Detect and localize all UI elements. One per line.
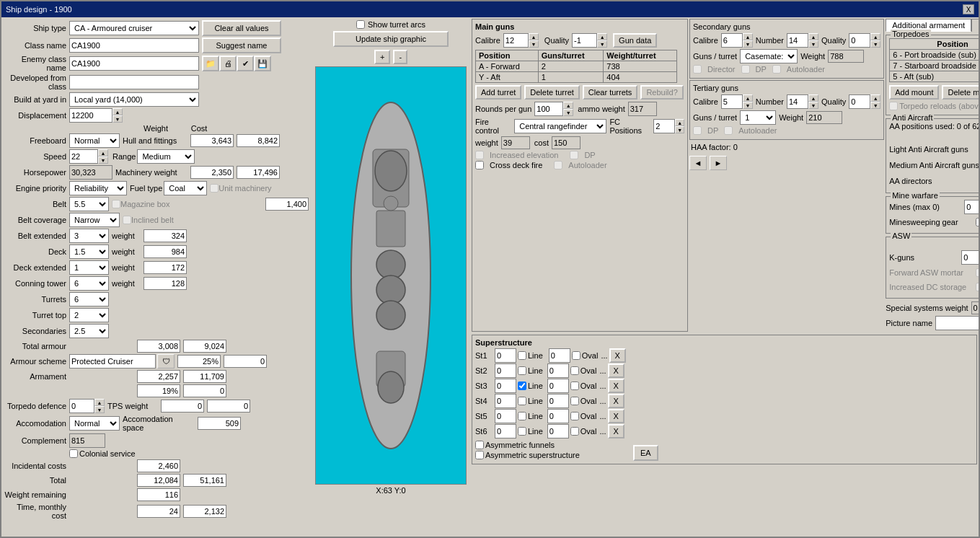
accommodation-select[interactable]: Normal [69, 416, 120, 431]
torpedo-defence-input[interactable] [69, 399, 94, 413]
autoloader-check[interactable] [554, 161, 562, 169]
turrets-select[interactable]: 6 [69, 292, 109, 307]
check-icon-button[interactable]: ✔ [237, 56, 254, 71]
f4-x-button[interactable]: X [608, 394, 624, 408]
st5-input[interactable] [495, 409, 516, 423]
f5-oval-check[interactable] [570, 412, 579, 420]
conning-tower-select[interactable]: 6 [69, 276, 109, 291]
st3-line-check[interactable] [518, 382, 526, 390]
turret-top-select[interactable]: 2 [69, 308, 109, 322]
sec-calibre-input[interactable] [721, 33, 743, 48]
range-select[interactable]: Medium [137, 149, 195, 164]
speed-input[interactable] [69, 149, 98, 164]
armour-scheme-icon[interactable]: 🛡 [157, 354, 175, 369]
ter-quality-input[interactable] [849, 94, 870, 109]
st6-input[interactable] [495, 424, 516, 438]
ter-calibre-input[interactable] [721, 94, 743, 109]
ter-guns-turret-select[interactable]: 1 [740, 110, 776, 125]
print-icon-button[interactable]: 🖨 [219, 56, 237, 71]
colonial-checkbox[interactable] [69, 449, 78, 458]
fc-up[interactable]: ▲ [675, 119, 684, 126]
deck-select[interactable]: 1.5 [69, 244, 109, 259]
ship-type-select[interactable]: CA - Armoured cruiser [69, 21, 199, 35]
torpedo-down[interactable]: ▼ [94, 406, 105, 413]
arrow-left-button[interactable]: ◄ [689, 156, 707, 170]
unit-machinery-check[interactable] [210, 184, 218, 193]
build-at-select[interactable]: Local yard (14,000) [69, 92, 199, 107]
st3-input[interactable] [495, 379, 516, 393]
close-button[interactable]: X [963, 4, 974, 14]
asymmetric-super-check[interactable] [475, 451, 484, 459]
st2-input[interactable] [495, 363, 516, 378]
quality-up[interactable]: ▲ [597, 33, 607, 40]
quality-input[interactable] [572, 33, 597, 48]
k-guns-input[interactable] [961, 250, 979, 265]
quality-down[interactable]: ▼ [597, 40, 607, 48]
st4-line-check[interactable] [518, 397, 526, 405]
dc-storage-check[interactable] [976, 283, 979, 291]
deck-extended-select[interactable]: 1 [69, 260, 109, 275]
displacement-up[interactable]: ▲ [112, 108, 123, 115]
cross-deck-check[interactable] [475, 161, 484, 169]
add-turret-button[interactable]: Add turret [475, 85, 521, 100]
rounds-input[interactable] [534, 102, 563, 116]
ter-num-down[interactable]: ▼ [808, 102, 818, 109]
rounds-up[interactable]: ▲ [563, 102, 573, 109]
enemy-class-input[interactable] [69, 56, 199, 71]
st6-line-check[interactable] [518, 427, 526, 436]
f1-input[interactable] [549, 348, 570, 363]
folder-icon-button[interactable]: 📁 [202, 56, 219, 71]
save-icon-button[interactable]: 💾 [254, 56, 271, 71]
ter-dp-check[interactable] [693, 126, 702, 135]
f3-oval-check[interactable] [570, 382, 579, 390]
sec-qual-down[interactable]: ▼ [870, 40, 880, 48]
delete-turret-button[interactable]: Delete turret [524, 85, 580, 100]
ter-cal-down[interactable]: ▼ [743, 102, 753, 109]
ter-qual-up[interactable]: ▲ [870, 94, 880, 102]
sec-cal-up[interactable]: ▲ [743, 33, 753, 40]
f4-input[interactable] [547, 394, 569, 408]
gun-data-button[interactable]: Gun data [613, 33, 657, 48]
show-arcs-checkbox[interactable] [356, 20, 365, 29]
add-mount-button[interactable]: Add mount [889, 85, 939, 100]
increased-elevation-check[interactable] [475, 151, 484, 159]
secondaries-select[interactable]: 2.5 [69, 324, 109, 338]
st2-line-check[interactable] [518, 366, 526, 375]
ter-autoloader-check[interactable] [724, 126, 733, 135]
update-ship-button[interactable]: Update ship graphic [333, 31, 449, 47]
suggest-name-button[interactable]: Suggest name [202, 38, 281, 53]
rebuild-button[interactable]: Rebuild? [640, 85, 683, 100]
magazine-box-check[interactable] [112, 200, 120, 208]
f5-x-button[interactable]: X [608, 409, 624, 423]
sec-dp-check[interactable] [741, 65, 750, 74]
st5-line-check[interactable] [518, 412, 526, 420]
engine-priority-select[interactable]: Reliability [69, 181, 127, 195]
f2-x-button[interactable]: X [608, 363, 624, 378]
dp-check[interactable] [570, 151, 578, 159]
fc-positions-input[interactable] [653, 119, 675, 133]
asymmetric-funnels-check[interactable] [475, 441, 484, 449]
sec-number-input[interactable] [787, 33, 808, 48]
f6-input[interactable] [547, 424, 569, 438]
sec-num-down[interactable]: ▼ [808, 40, 818, 48]
ter-num-up[interactable]: ▲ [808, 94, 818, 102]
sec-num-up[interactable]: ▲ [808, 33, 818, 40]
sec-cal-down[interactable]: ▼ [743, 40, 753, 48]
belt-coverage-select[interactable]: Narrow [69, 213, 120, 227]
zoom-minus-button[interactable]: - [393, 50, 407, 64]
torpedo-up[interactable]: ▲ [94, 399, 105, 406]
sec-quality-input[interactable] [849, 33, 870, 48]
minesweeping-check[interactable] [976, 218, 979, 226]
rounds-down[interactable]: ▼ [563, 109, 573, 116]
sec-qual-up[interactable]: ▲ [870, 33, 880, 40]
clear-all-button[interactable]: Clear all values [202, 20, 281, 36]
freeboard-select[interactable]: Normal [69, 133, 120, 148]
displacement-down[interactable]: ▼ [112, 115, 123, 123]
fc-down[interactable]: ▼ [675, 126, 684, 133]
arrow-right-button[interactable]: ► [710, 156, 727, 170]
st1-line-check[interactable] [518, 351, 526, 360]
forward-asw-check[interactable] [976, 268, 979, 277]
developed-from-input[interactable] [69, 75, 199, 89]
calibre-input[interactable] [503, 33, 529, 48]
ter-qual-down[interactable]: ▼ [870, 102, 880, 109]
